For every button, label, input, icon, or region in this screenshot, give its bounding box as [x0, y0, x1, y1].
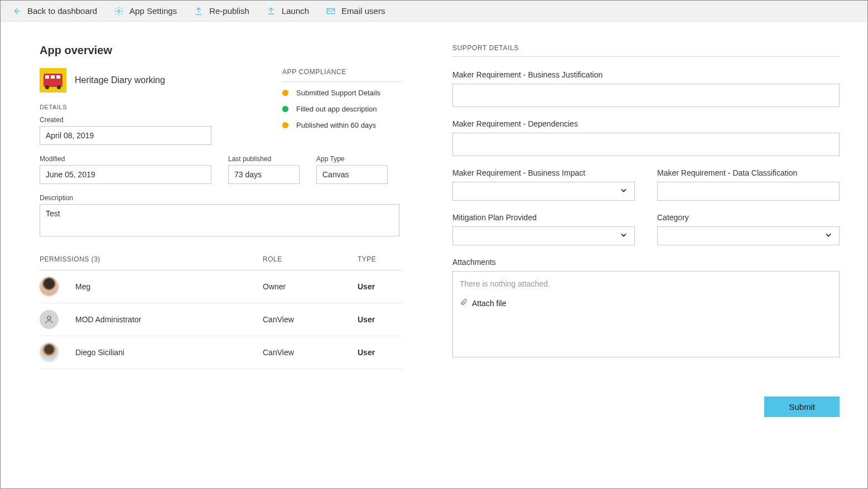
last-published-value: 73 days — [228, 165, 300, 184]
modified-label: Modified — [40, 155, 211, 163]
biz-justification-input[interactable] — [452, 84, 840, 107]
arrow-left-icon — [12, 6, 22, 16]
back-to-dashboard-link[interactable]: Back to dashboard — [12, 6, 97, 16]
attach-file-button[interactable]: Attach file — [460, 298, 832, 308]
biz-impact-label: Maker Requirement - Business Impact — [452, 168, 635, 177]
table-row: MOD Administrator CanView User — [40, 303, 402, 336]
data-class-label: Maker Requirement - Data Classification — [657, 168, 840, 177]
status-dot-orange-icon — [282, 122, 288, 128]
perm-name: Meg — [75, 282, 90, 291]
description-label: Description — [40, 194, 399, 202]
compliance-item: Submitted Support Details — [282, 89, 402, 97]
republish-link[interactable]: Re-publish — [194, 6, 249, 16]
avatar — [40, 310, 59, 329]
perm-type: User — [358, 348, 402, 357]
upload-icon — [194, 6, 204, 16]
svg-point-0 — [118, 9, 120, 12]
perm-role: CanView — [263, 315, 358, 324]
avatar — [40, 277, 59, 296]
email-label: Email users — [341, 6, 385, 16]
dependencies-label: Maker Requirement - Dependencies — [452, 119, 840, 128]
table-row: Meg Owner User — [40, 270, 402, 303]
modified-value: June 05, 2019 — [40, 165, 211, 184]
created-value: April 08, 2019 — [40, 126, 211, 145]
avatar — [40, 343, 59, 362]
category-label: Category — [657, 213, 840, 222]
created-label: Created — [40, 116, 249, 124]
perm-name: Diego Siciliani — [75, 348, 124, 357]
support-section-label: SUPPORT DETAILS — [452, 44, 840, 57]
back-label: Back to dashboard — [27, 6, 97, 16]
permissions-title: PERMISSIONS (3) — [40, 255, 263, 263]
perm-role: CanView — [263, 348, 358, 357]
biz-impact-select[interactable] — [452, 182, 635, 201]
status-dot-orange-icon — [282, 90, 288, 96]
attach-file-label: Attach file — [472, 299, 506, 308]
mitigation-label: Mitigation Plan Provided — [452, 213, 635, 222]
compliance-section-label: APP COMPLIANCE — [282, 68, 402, 82]
permissions-header: PERMISSIONS (3) ROLE TYPE — [40, 255, 402, 270]
app-type-value: Canvas — [316, 165, 388, 184]
attachments-empty-text: There is nothing attached. — [460, 279, 832, 288]
attachments-label: Attachments — [452, 258, 840, 267]
biz-justification-label: Maker Requirement - Business Justificati… — [452, 70, 840, 79]
category-select[interactable] — [657, 226, 840, 245]
email-users-link[interactable]: Email users — [326, 6, 385, 16]
compliance-text: Submitted Support Details — [296, 89, 380, 97]
launch-link[interactable]: Launch — [266, 6, 309, 16]
app-icon — [40, 68, 66, 93]
type-header: TYPE — [358, 255, 402, 263]
attachments-box: There is nothing attached. Attach file — [452, 271, 840, 357]
app-settings-link[interactable]: App Settings — [114, 6, 177, 16]
page-title: App overview — [40, 44, 402, 57]
details-section-label: DETAILS — [40, 104, 249, 110]
compliance-item: Published within 60 days — [282, 121, 402, 129]
description-value: Test — [40, 204, 399, 236]
launch-label: Launch — [282, 6, 309, 16]
share-icon — [266, 6, 276, 16]
last-published-label: Last published — [228, 155, 300, 163]
gear-icon — [114, 6, 124, 16]
perm-role: Owner — [263, 282, 358, 291]
data-class-input[interactable] — [657, 182, 840, 201]
settings-label: App Settings — [129, 6, 177, 16]
perm-type: User — [358, 315, 402, 324]
app-name: Heritage Diary working — [75, 75, 165, 85]
compliance-text: Filled out app description — [296, 105, 377, 113]
compliance-text: Published within 60 days — [296, 121, 376, 129]
status-dot-green-icon — [282, 106, 288, 112]
mitigation-select[interactable] — [452, 226, 635, 245]
perm-name: MOD Administrator — [75, 315, 141, 324]
top-toolbar: Back to dashboard App Settings Re-publis… — [1, 1, 867, 22]
republish-label: Re-publish — [209, 6, 249, 16]
dependencies-input[interactable] — [452, 133, 840, 156]
table-row: Diego Siciliani CanView User — [40, 336, 402, 369]
compliance-item: Filled out app description — [282, 105, 402, 113]
mail-icon — [326, 6, 336, 16]
role-header: ROLE — [263, 255, 358, 263]
svg-point-2 — [47, 316, 51, 319]
app-type-label: App Type — [316, 155, 388, 163]
submit-button[interactable]: Submit — [764, 396, 840, 417]
paperclip-icon — [460, 298, 467, 308]
perm-type: User — [358, 282, 402, 291]
